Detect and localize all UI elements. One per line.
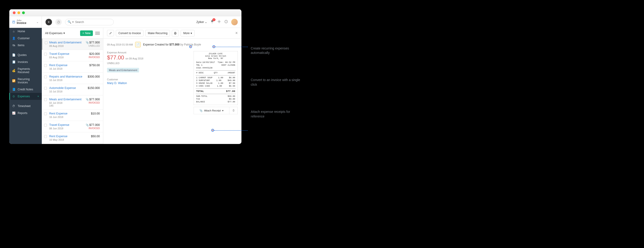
sidebar-icon: ⊙ [12, 95, 15, 98]
sidebar-item-customer[interactable]: 👤Customer [9, 35, 42, 42]
expense-row[interactable]: Rent Expense16 Jul 2018$750.00 [42, 61, 103, 73]
more-menu-button[interactable]: More ▾ [180, 30, 194, 36]
row-checkbox[interactable] [44, 87, 47, 90]
row-checkbox[interactable] [44, 124, 47, 126]
sidebar: ⌂Home👤Customer🛍Items📄Quotes🧾Invoices💰Pay… [9, 28, 42, 144]
sidebar-item-credit-notes[interactable]: 📘Credit Notes [9, 86, 42, 93]
window-min-dot[interactable] [18, 12, 20, 14]
sidebar-item-reports[interactable]: 📈Reports [9, 110, 42, 116]
sidebar-item-quotes[interactable]: 📄Quotes [9, 52, 42, 58]
search-box[interactable]: 🔍 ▾ [65, 19, 114, 25]
row-checkbox[interactable] [44, 53, 47, 56]
print-button[interactable] [172, 30, 179, 36]
sidebar-item-home[interactable]: ⌂Home [9, 28, 42, 35]
history-button[interactable] [55, 19, 62, 25]
row-checkbox[interactable] [44, 76, 47, 78]
sidebar-icon: 🔁 [12, 79, 15, 82]
search-input[interactable] [75, 20, 111, 24]
expense-status: UNBILLED [86, 44, 100, 47]
brand-big: Invoice [17, 22, 26, 24]
sidebar-item-label: Customer [18, 37, 30, 40]
sidebar-item-label: Invoices [18, 60, 28, 64]
list-title[interactable]: All Expenses ▾ [45, 31, 65, 35]
amount-label: Expense Amount [107, 51, 189, 54]
delete-receipt-button[interactable] [229, 107, 238, 114]
add-expense-icon[interactable]: + [38, 95, 39, 98]
sidebar-item-label: Expenses [18, 95, 30, 98]
paperclip-icon: 📎 [86, 41, 89, 44]
sidebar-icon: 👤 [12, 37, 15, 40]
callout-line [215, 47, 248, 47]
printer-icon [174, 32, 177, 35]
expense-date: 16 Jun 2018 [49, 116, 100, 118]
sidebar-icon: 💰 [12, 69, 15, 72]
sidebar-item-expenses[interactable]: ⊙Expenses+ [9, 93, 42, 100]
list-view-toggle[interactable] [95, 31, 100, 36]
expense-date: 10 Jul 2018 [49, 79, 100, 82]
search-scope-icon[interactable]: 🔍 ▾ [68, 20, 74, 24]
new-expense-button[interactable]: + New [80, 30, 93, 36]
sidebar-icon: 🛍 [12, 44, 15, 47]
attach-receipt-button[interactable]: 📎 Attach Receipt ▾ [194, 109, 229, 112]
sidebar-icon: 📄 [12, 54, 15, 57]
sidebar-item-label: Recurring Invoices [18, 78, 39, 84]
brand-cell[interactable]: Zoho Invoice ⌄ [9, 16, 42, 28]
svg-rect-7 [175, 32, 176, 33]
row-checkbox[interactable] [44, 135, 47, 138]
app-window: Zoho Invoice ⌄ + 🔍 ▾ Zylker ⌄ 9 [9, 9, 242, 144]
expense-amount: 📎$77.000 [86, 41, 100, 44]
sidebar-item-label: Payments Received [18, 67, 39, 74]
sidebar-item-label: Home [18, 30, 25, 33]
expense-status: UNBILLED [107, 62, 189, 64]
note-icon: 📄 [135, 42, 141, 47]
close-detail-button[interactable]: × [235, 31, 238, 36]
expense-row[interactable]: Travel Expense08 Jun 2018📎$77.000INVOICE… [42, 121, 103, 132]
sidebar-item-invoices[interactable]: 🧾Invoices [9, 58, 42, 66]
expense-amount: $10.00 [91, 112, 100, 115]
expense-row[interactable]: Automobile Expense10 Jul 2018$150.000 [42, 84, 103, 96]
annotation-callouts: Create recurring expenses automatically … [251, 9, 302, 144]
row-checkbox[interactable] [44, 112, 47, 115]
edit-button[interactable] [107, 30, 114, 36]
convert-to-invoice-button[interactable]: Convert to Invoice [116, 30, 144, 36]
expense-ref: 145 [49, 104, 100, 107]
history-icon [57, 20, 60, 24]
window-close-dot[interactable] [13, 12, 16, 14]
paperclip-icon: 📎 [200, 109, 203, 112]
user-avatar[interactable] [231, 19, 238, 25]
make-recurring-button[interactable]: Make Recurring [145, 30, 170, 36]
window-max-dot[interactable] [22, 12, 25, 14]
sidebar-item-items[interactable]: 🛍Items [9, 42, 42, 49]
notifications-button[interactable]: 9 [210, 20, 214, 24]
expense-row[interactable]: Meals and Entertainment02 Jul 2018145📎$7… [42, 96, 103, 110]
org-switcher[interactable]: Zylker ⌄ [196, 20, 207, 24]
sidebar-item-recurring-invoices[interactable]: 🔁Recurring Invoices [9, 76, 42, 86]
sidebar-item-timesheet[interactable]: ⏱Timesheet [9, 103, 42, 110]
sidebar-item-payments-received[interactable]: 💰Payments Received [9, 66, 42, 76]
expense-amount: $750.00 [90, 64, 100, 67]
expense-amount: $300.000 [88, 75, 100, 78]
row-checkbox[interactable] [45, 41, 48, 44]
receipt-line: 4 CHOC CAKE1.00$6.50 [195, 85, 236, 88]
settings-button[interactable] [217, 20, 221, 24]
svg-point-3 [219, 21, 220, 22]
expense-row[interactable]: Rent Expense16 Apr 2018$750.00 [42, 144, 103, 144]
expense-row[interactable]: Meals and Entertainment09 Aug 2018📎$77.0… [42, 38, 103, 50]
category-chip: Meals and Entertainment [107, 68, 139, 72]
row-checkbox[interactable] [44, 98, 47, 101]
expense-status: INVOICED [89, 56, 100, 58]
expense-row[interactable]: Travel Expense03 Aug 2018$20.000INVOICED [42, 50, 103, 61]
customer-link[interactable]: Mary D. Walton [107, 82, 189, 85]
paperclip-icon: 📎 [86, 98, 89, 101]
expense-date: 16 May 2018 [49, 138, 100, 141]
trash-icon [232, 109, 235, 112]
expense-amount: $50.00 [91, 135, 100, 138]
expense-row[interactable]: Repairs and Maintenance10 Jul 2018$300.0… [42, 73, 103, 84]
expense-row[interactable]: Rent Expense16 Jun 2018$10.00 [42, 110, 103, 121]
help-button[interactable]: ? [224, 20, 228, 24]
receipt-line: 1 CARROT SOUP1.00$6.00 [195, 76, 236, 79]
row-checkbox[interactable] [44, 64, 47, 67]
brand-chevron-icon[interactable]: ⌄ [36, 20, 39, 24]
global-add-button[interactable]: + [46, 19, 52, 25]
expense-row[interactable]: Rent Expense16 May 2018$50.00 [42, 132, 103, 144]
